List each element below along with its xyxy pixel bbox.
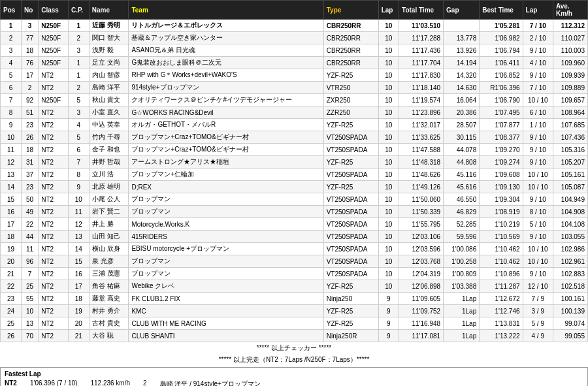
header-no: No	[22, 1, 39, 20]
table-row: 62NT22島崎 洋平914style+ブロップマンVTR2501011'18.…	[1, 82, 588, 94]
table-row: 2670NT221大谷 聡CLUB SHANTINinja250R911'17.…	[1, 330, 588, 342]
table-row: 1337NT28立川 浩ブロップマン+仁輪加VT250SPADA1011'48.…	[1, 169, 588, 181]
table-row: 1911NT214横山 欣身EBISU motorcycle +ブロップマンVT…	[1, 243, 588, 255]
table-row: 517NT21内山 智彦RHP with G＊Works+devil+WAKO'…	[1, 69, 588, 82]
table-row: 1844NT213山田 知己415RIDERSVT250SPADA1012'03…	[1, 231, 588, 243]
header-ave: Ave.Km/h	[553, 1, 587, 20]
header-type: Type	[323, 1, 378, 20]
table-row: 1550NT210小尾 公人ブロップマンVT250SPADA1011'50.06…	[1, 193, 588, 206]
header-class: Class	[39, 1, 69, 20]
header-best-time: Best Time	[480, 1, 523, 20]
header-cp: C.P.	[68, 1, 89, 20]
table-row: 1118NT26金子 和也ブロップマン+Craz+TOMO&ビギナー村VT250…	[1, 144, 588, 156]
header-pos: Pos	[1, 1, 22, 20]
table-row: 2513NT220古村 貴史CLUB WITH ME RACINGYZF-R25…	[1, 317, 588, 330]
table-row: 1649NT211岩下 賢二ブロップマンVT250SPADA1011'50.33…	[1, 206, 588, 218]
header-lap: Lap	[378, 1, 399, 20]
header-best-lap: Lap	[523, 1, 553, 20]
table-row: 923NT24中込 英幸オルガ・GETHOT・メバルRYZF-R251011'3…	[1, 119, 588, 131]
table-row: 13N250F1近藤 秀明リトルガレージ＆エボレックスCBR250RR1011'…	[1, 20, 588, 32]
dnf-note: ***** 以上完走（NT2：7Laps /N250F：7Laps）*****	[0, 354, 588, 366]
table-row: 2355NT218藤堂 高史FK CLUB1.2 FIXNinja250911'…	[1, 293, 588, 305]
table-row: 217NT216三浦 茂憲ブロップマンVT250SPADA1012'04.319…	[1, 268, 588, 280]
table-row: 1231NT27井野 哲哉アームストロング★アリス★稲垣YZF-R251011'…	[1, 156, 588, 169]
table-row: 1423NT29北原 雄明D;REXYZF-R251011'49.12645.6…	[1, 181, 588, 193]
table-row: 1026NT25竹内 千尋ブロップマン+Craz+TOMO&ビギナー村VT250…	[1, 131, 588, 144]
header-total-time: Total Time	[399, 1, 444, 20]
fastest-lap-row: NT21'06.396 (7 / 10)112.236 km/h2島崎 洋平 /…	[5, 379, 583, 386]
header-team: Team	[129, 1, 323, 20]
results-table: Pos No Class C.P. Name Team Type Lap Tot…	[0, 0, 588, 342]
table-row: 277N250F2関口 智大基蔵＆アップル空き家ハンターCBR250RR1011…	[1, 32, 588, 44]
table-row: 2410NT219村井 勇介KMCYZF-R25911'09.7521Lap1'…	[1, 305, 588, 317]
table-row: 2096NT215泉 光彦ブロップマンVT250SPADA1012'03.768…	[1, 255, 588, 268]
header-name: Name	[89, 1, 129, 20]
table-row: 851NT23小室 直久G☆WORKS RACING&DevilZZR25010…	[1, 106, 588, 119]
header-gap: Gap	[444, 1, 480, 20]
table-row: 476N250F1足立 文尚G鬼装改おおしま眼科＠二次元CBR250RR1011…	[1, 57, 588, 69]
table-row: 2225NT217角谷 祐麻Webike クレベYZF-R251012'06.8…	[1, 280, 588, 293]
fastest-lap-section: Fastest Lap NT21'06.396 (7 / 10)112.236 …	[0, 367, 588, 386]
fastest-lap-title: Fastest Lap	[5, 370, 583, 378]
table-row: 1722NT212井上 勝Motorcycle.Works.KVT250SPAD…	[1, 218, 588, 231]
table-row: 792N250F5秋山 貴文クオリティワークス＠ピンチケ#イツデモジャージャーZ…	[1, 94, 588, 106]
table-row: 318N250F3浅野 毅ASANO兄＆弟 日光魂CBR250RR1011'17…	[1, 44, 588, 57]
checker-note: ***** 以上チェッカー *****	[0, 342, 588, 354]
